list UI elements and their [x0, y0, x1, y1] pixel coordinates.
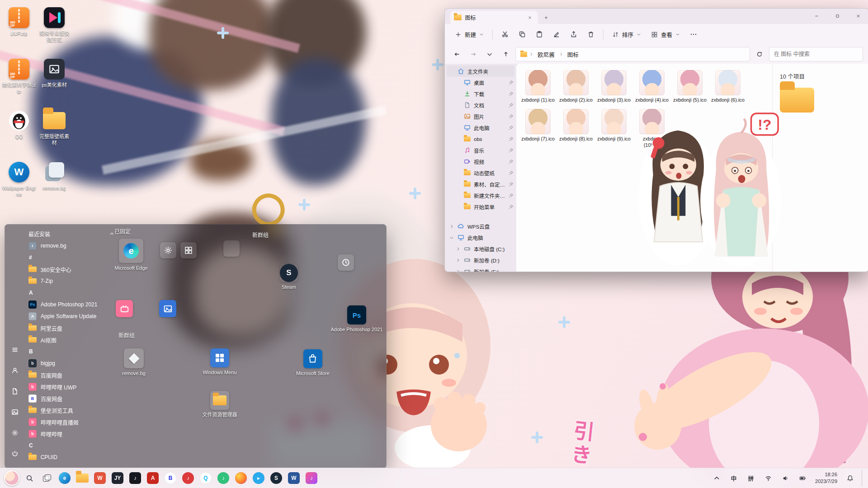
desktop-icon-qq[interactable]: QQ [2, 109, 36, 158]
taskbar-file-explorer-button[interactable] [74, 470, 90, 486]
taskbar-wps-office-button[interactable]: W [92, 470, 108, 486]
file-item-2[interactable]: zxbdonji (2).ico [558, 68, 594, 105]
sidebar-item-disk-f[interactable]: 新加卷 (F:) [447, 266, 514, 272]
start-tile-paint[interactable] [223, 240, 240, 257]
start-tile-settings[interactable] [160, 242, 176, 258]
tray-overflow-button[interactable] [708, 471, 725, 485]
taskbar-apple-music-button[interactable]: ♪ [303, 470, 320, 486]
chevron-down-icon[interactable] [449, 235, 455, 240]
recent-locations-button[interactable] [483, 47, 496, 61]
file-list-area[interactable]: zxbdonji (1).icozxbdonji (2).icozxbdonji… [516, 64, 772, 272]
start-tile-windows-menu[interactable]: Windows Menu [210, 348, 229, 367]
start-tile-calculator[interactable] [180, 242, 197, 258]
start-tile-edge[interactable]: eMicrosoft Edge [119, 239, 143, 263]
start-section-#[interactable]: # [25, 252, 118, 263]
start-app-baidu-netdisk-2[interactable]: B百度网盘 [25, 393, 118, 404]
file-item-4[interactable]: zxbdonji (4).ico [634, 68, 670, 105]
chevron-right-icon[interactable] [456, 258, 461, 263]
start-tile-steam[interactable]: SSteam [280, 264, 298, 282]
file-item-8[interactable]: zxbdonji (8).ico [558, 107, 594, 150]
taskbar-acrobat-button[interactable]: A [145, 470, 161, 486]
taskbar-search-button[interactable] [21, 470, 38, 486]
start-section-B[interactable]: B [25, 346, 118, 357]
sidebar-item-this-pc-quick[interactable]: 此电脑 [447, 122, 514, 133]
taskbar-task-view-button[interactable] [39, 470, 55, 486]
sort-button[interactable]: 排序 [608, 27, 646, 42]
file-item-6[interactable]: zxbdonji (6).ico [710, 68, 746, 105]
start-tile-removebg[interactable]: remove.bg [124, 348, 144, 368]
ime-mode-button[interactable]: 拼 [743, 471, 759, 485]
sidebar-item-pictures[interactable]: 图片 [447, 111, 514, 122]
taskbar-qq-music-button[interactable]: ♪ [215, 470, 231, 486]
start-rail-documents-button[interactable] [9, 385, 21, 398]
start-tile-file-explorer[interactable]: 文件资源管理器 [210, 391, 229, 410]
sidebar-item-downloads[interactable]: 下载 [447, 88, 514, 99]
file-item-9[interactable]: zxbdonji (9).ico [596, 107, 632, 150]
taskbar-steam-button[interactable]: S [268, 470, 284, 486]
sidebar-item-disk-d[interactable]: 新加卷 (D:) [447, 254, 514, 266]
maximize-button[interactable] [827, 9, 848, 23]
file-item-1[interactable]: zxbdonji (1).ico [520, 68, 556, 105]
taskbar-netease-music-button[interactable]: ♪ [180, 470, 196, 486]
file-item-5[interactable]: zxbdonji (5).ico [672, 68, 708, 105]
cut-button[interactable] [497, 27, 513, 42]
desktop-icon-uup-zip[interactable]: 360ZIPUUP.zip [2, 6, 36, 55]
forward-button[interactable] [467, 47, 480, 61]
chevron-right-icon[interactable] [456, 247, 461, 251]
start-app-bilibili[interactable]: b哔哩哔哩 [25, 428, 118, 440]
minimize-button[interactable] [806, 9, 827, 23]
breadcrumb[interactable]: 欧尼酱 图标 [515, 47, 750, 61]
sidebar-item-disk-c[interactable]: 本地磁盘 (C:) [447, 243, 514, 254]
start-app-photoshop-2021[interactable]: PsAdobe Photoshop 2021 [25, 299, 118, 310]
taskbar-edge-button[interactable]: e [57, 470, 73, 486]
taskbar-qq-button[interactable]: Q [198, 470, 214, 486]
tab-close-icon[interactable] [525, 13, 534, 22]
start-section-C[interactable]: C [25, 440, 118, 451]
sidebar-item-documents[interactable]: 文档 [447, 99, 514, 111]
ime-language-button[interactable]: 中 [726, 471, 742, 485]
chevron-right-icon[interactable] [449, 224, 455, 229]
show-desktop-button[interactable] [862, 470, 864, 486]
desktop-icon-wallpaper-engine[interactable]: WWallpaper Engine [2, 161, 36, 210]
sidebar-item-assets-dict[interactable]: 素材、自定义词库 [447, 178, 514, 190]
new-button[interactable]: 新建 [450, 27, 488, 42]
file-item-3[interactable]: zxbdonji (3).ico [596, 68, 632, 105]
start-app-removebg[interactable]: rremove.bg [25, 240, 118, 252]
sidebar-item-live-wallpaper[interactable]: 动态壁纸 [447, 167, 514, 178]
taskbar-telegram-button[interactable]: ▸ [250, 470, 267, 486]
start-rail-settings-button[interactable] [9, 427, 21, 439]
sidebar-item-obs[interactable]: obs [447, 133, 514, 145]
start-rail-user-button[interactable] [9, 364, 21, 377]
desktop-icon-wallpaper-pack[interactable]: 完整版壁纸素材 [37, 109, 71, 158]
share-button[interactable] [566, 27, 582, 42]
rename-button[interactable] [548, 27, 565, 42]
start-app-360-security[interactable]: 360安全中心 [25, 263, 118, 275]
sidebar-item-new-folder-2[interactable]: 新建文件夹 (2) [447, 190, 514, 201]
chevron-right-icon[interactable] [456, 269, 461, 272]
taskbar-firefox-button[interactable] [233, 470, 249, 486]
start-rail-menu-button[interactable] [9, 343, 21, 356]
start-app-apple-software-update[interactable]: AApple Software Update [25, 310, 118, 322]
network-icon[interactable] [760, 471, 776, 485]
sidebar-item-wps-cloud[interactable]: WPS云盘 [447, 221, 514, 232]
back-button[interactable] [450, 47, 464, 61]
start-section-A[interactable]: A [25, 287, 118, 299]
start-app-ai-koutu[interactable]: AI抠图 [25, 334, 118, 346]
start-recent-header[interactable]: 最近安装 [25, 227, 118, 240]
breadcrumb-segment[interactable]: 欧尼酱 [535, 49, 557, 60]
sidebar-item-videos[interactable]: 视频 [447, 156, 514, 167]
delete-button[interactable] [583, 27, 599, 42]
start-tile-store[interactable]: Microsoft Store [303, 349, 322, 368]
sidebar-item-this-pc[interactable]: 此电脑 [447, 232, 514, 243]
start-app-baidu-netdisk[interactable]: 百度网盘 [25, 369, 118, 381]
explorer-tab[interactable]: 图标 [450, 11, 538, 24]
start-tile-bilibili[interactable] [116, 300, 133, 317]
sidebar-item-music[interactable]: 音乐 [447, 145, 514, 156]
desktop-icon-removebg[interactable]: remove.bg [37, 161, 71, 210]
volume-icon[interactable] [777, 471, 793, 485]
desktop-icon-assets-zip[interactable]: 360ZIP美化素材字体.zip [2, 58, 36, 107]
desktop-icon-ps-assets[interactable]: ps美化素材 [37, 58, 71, 107]
start-app-bilibili-uwp[interactable]: b哔哩哔哩 UWP [25, 381, 118, 393]
file-item-7[interactable]: zxbdonji (7).ico [520, 107, 556, 150]
sidebar-item-start-menu-folder[interactable]: 开始菜单 [447, 201, 514, 212]
